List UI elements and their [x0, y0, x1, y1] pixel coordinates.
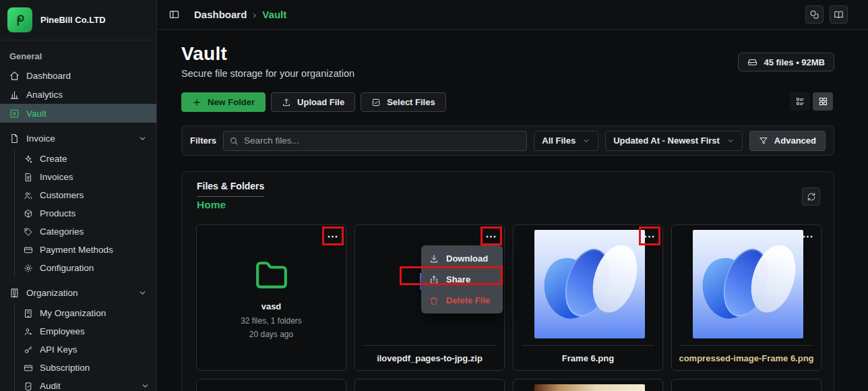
file-card-partial[interactable]	[513, 379, 663, 391]
more-options-button[interactable]	[799, 230, 815, 243]
file-card-partial[interactable]	[196, 379, 346, 391]
context-menu: Download Share Delete File	[421, 245, 503, 313]
action-buttons: New Folder Upload File Select Files	[181, 92, 446, 112]
sidebar-item-dashboard[interactable]: Dashboard	[0, 66, 156, 85]
tag-icon	[24, 227, 33, 237]
check-square-icon	[371, 98, 381, 107]
menu-item-label: Download	[446, 253, 488, 264]
image-thumbnail-partial	[534, 384, 645, 391]
invoice-icon	[9, 133, 20, 144]
menu-item-download[interactable]: Download	[421, 248, 503, 269]
credit-card-icon	[24, 363, 33, 373]
chevron-down-icon	[138, 134, 147, 143]
sidebar-item-customers[interactable]: Customers	[15, 186, 156, 204]
grid-view-button[interactable]	[813, 92, 833, 111]
new-folder-button[interactable]: New Folder	[181, 92, 266, 112]
menu-item-share[interactable]: Share	[421, 269, 503, 290]
view-toggles	[790, 92, 833, 111]
file-card-compressed-frame6[interactable]: compressed-image-Frame 6.png	[671, 224, 822, 371]
building-icon	[24, 309, 33, 318]
docs-button[interactable]	[830, 5, 848, 24]
sidebar-item-payment-methods[interactable]: Payment Methods	[15, 241, 156, 259]
package-icon	[24, 209, 33, 218]
menu-item-label: Delete File	[446, 295, 490, 305]
breadcrumb-dashboard[interactable]: Dashboard	[194, 9, 247, 20]
sidebar-item-label: Analytics	[26, 90, 63, 100]
card-divider	[363, 345, 496, 346]
main-content: Vault Secure file storage for your organ…	[157, 30, 868, 391]
folder-icon	[252, 259, 291, 293]
file-grid: vasd 32 files, 1 folders 20 days ago Dow…	[196, 224, 822, 391]
sparkles-icon	[24, 154, 33, 164]
advanced-filters-button[interactable]: Advanced	[749, 131, 826, 151]
coins-button[interactable]	[805, 5, 824, 24]
select-files-button[interactable]: Select Files	[361, 92, 446, 112]
file-type-select[interactable]: All Files	[534, 131, 598, 151]
section-label-general: General	[0, 46, 156, 66]
folder-time: 20 days ago	[249, 330, 293, 339]
sidebar-item-label: Products	[40, 208, 75, 218]
upload-file-button[interactable]: Upload File	[271, 92, 355, 112]
list-view-button[interactable]	[790, 92, 810, 111]
file-card-partial[interactable]	[671, 379, 822, 391]
sidebar-item-configuration[interactable]: Configuration	[15, 259, 156, 277]
sidebar-group-label: Invoice	[26, 133, 55, 144]
sidebar-item-products[interactable]: Products	[15, 204, 156, 222]
upload-file-label: Upload File	[297, 97, 344, 107]
funnel-icon	[759, 136, 768, 146]
grid-view-icon	[818, 96, 828, 107]
search-input[interactable]	[223, 131, 527, 151]
storage-badge: 45 files • 92MB	[738, 53, 834, 71]
file-name: ilovepdf_pages-to-jpg.zip	[359, 353, 500, 363]
sidebar-item-label: My Organization	[40, 308, 106, 318]
sort-select[interactable]: Updated At - Newest First	[605, 131, 743, 151]
hard-drive-icon	[747, 57, 757, 67]
pinebill-logo-icon	[7, 7, 32, 32]
sidebar-group-organization[interactable]: Organization	[0, 283, 156, 302]
gear-icon	[24, 264, 33, 273]
advanced-label: Advanced	[774, 136, 816, 146]
sidebar-item-label: Invoices	[40, 172, 73, 182]
more-options-button[interactable]	[483, 230, 499, 243]
file-card-frame6[interactable]: Frame 6.png	[513, 224, 663, 371]
sidebar-collapse-button[interactable]	[165, 5, 183, 24]
sidebar-item-analytics[interactable]: Analytics	[0, 85, 156, 104]
plus-icon	[192, 98, 202, 107]
file-name: Frame 6.png	[518, 353, 658, 363]
sidebar-item-audit[interactable]: Audit	[15, 377, 156, 391]
menu-item-delete-file[interactable]: Delete File	[421, 290, 503, 311]
chevron-down-icon	[726, 137, 735, 145]
new-folder-label: New Folder	[208, 97, 255, 107]
more-options-button[interactable]	[324, 230, 340, 243]
sidebar-item-label: Dashboard	[26, 71, 71, 81]
breadcrumb-home[interactable]: Home	[197, 199, 226, 211]
clipboard-check-icon	[24, 382, 33, 391]
refresh-button[interactable]	[802, 187, 820, 206]
card-divider	[522, 345, 654, 346]
key-icon	[24, 345, 33, 355]
sidebar-item-invoices[interactable]: Invoices	[15, 168, 156, 186]
select-files-label: Select Files	[387, 97, 435, 107]
sidebar-item-categories[interactable]: Categories	[15, 222, 156, 241]
filters-bar: Filters All Files Updated At - Newest Fi…	[181, 125, 834, 156]
ellipsis-icon	[486, 235, 496, 238]
menu-item-label: Share	[446, 274, 470, 284]
more-options-button[interactable]	[641, 230, 657, 243]
sidebar-item-vault[interactable]: Vault	[0, 104, 156, 123]
sidebar-item-my-organization[interactable]: My Organization	[15, 304, 156, 322]
folder-card-vasd[interactable]: vasd 32 files, 1 folders 20 days ago	[196, 224, 346, 371]
sidebar-item-api-keys[interactable]: API Keys	[15, 340, 156, 359]
sidebar-item-label: Configuration	[40, 263, 94, 273]
file-card-partial[interactable]	[354, 379, 505, 391]
sidebar-item-label: Categories	[40, 227, 84, 237]
chevron-down-icon	[141, 382, 150, 390]
coins-icon	[809, 9, 819, 20]
sidebar-item-employees[interactable]: Employees	[15, 322, 156, 340]
file-card-zip[interactable]: Download Share Delete File ilovepdf_page…	[354, 224, 505, 371]
sidebar-item-subscription[interactable]: Subscription	[15, 359, 156, 377]
home-icon	[9, 71, 20, 81]
vault-icon	[9, 109, 20, 119]
sidebar-group-invoice[interactable]: Invoice	[0, 129, 156, 148]
users-icon	[24, 191, 33, 200]
sidebar-item-create[interactable]: Create	[15, 150, 156, 168]
